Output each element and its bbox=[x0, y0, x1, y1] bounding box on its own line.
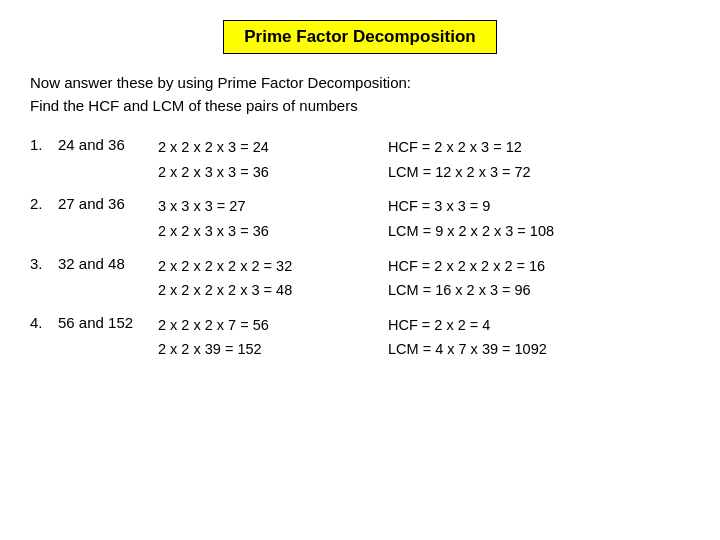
problem-row-3: 3. 32 and 48 2 x 2 x 2 x 2 x 2 = 32 2 x … bbox=[30, 254, 690, 303]
factorization-2: 3 x 3 x 3 = 27 2 x 2 x 3 x 3 = 36 bbox=[158, 194, 378, 243]
hcf-lcm-2: HCF = 3 x 3 = 9 LCM = 9 x 2 x 2 x 3 = 10… bbox=[388, 194, 554, 243]
problem-label-3: 32 and 48 bbox=[58, 254, 158, 272]
factor-line2-4: 2 x 2 x 39 = 152 bbox=[158, 337, 378, 362]
factor-line1-3: 2 x 2 x 2 x 2 x 2 = 32 bbox=[158, 254, 378, 279]
problem-num-2: 2. bbox=[30, 194, 58, 212]
hcf-line2-3: LCM = 16 x 2 x 3 = 96 bbox=[388, 278, 545, 303]
hcf-line2-2: LCM = 9 x 2 x 2 x 3 = 108 bbox=[388, 219, 554, 244]
problem-num-3: 3. bbox=[30, 254, 58, 272]
factor-line2-2: 2 x 2 x 3 x 3 = 36 bbox=[158, 219, 378, 244]
factor-line1-4: 2 x 2 x 2 x 7 = 56 bbox=[158, 313, 378, 338]
problem-num-1: 1. bbox=[30, 135, 58, 153]
factor-line1-1: 2 x 2 x 2 x 3 = 24 bbox=[158, 135, 378, 160]
hcf-line1-2: HCF = 3 x 3 = 9 bbox=[388, 194, 554, 219]
hcf-line1-1: HCF = 2 x 2 x 3 = 12 bbox=[388, 135, 531, 160]
problem-label-1: 24 and 36 bbox=[58, 135, 158, 153]
page-title: Prime Factor Decomposition bbox=[223, 20, 496, 54]
problem-label-2: 27 and 36 bbox=[58, 194, 158, 212]
problems-list: 1. 24 and 36 2 x 2 x 2 x 3 = 24 2 x 2 x … bbox=[30, 135, 690, 368]
intro-line2: Find the HCF and LCM of these pairs of n… bbox=[30, 95, 411, 118]
problem-num-4: 4. bbox=[30, 313, 58, 331]
hcf-line2-4: LCM = 4 x 7 x 39 = 1092 bbox=[388, 337, 547, 362]
page: Prime Factor Decomposition Now answer th… bbox=[0, 0, 720, 540]
problem-label-4: 56 and 152 bbox=[58, 313, 158, 331]
hcf-line1-3: HCF = 2 x 2 x 2 x 2 = 16 bbox=[388, 254, 545, 279]
factor-line1-2: 3 x 3 x 3 = 27 bbox=[158, 194, 378, 219]
problem-row-2: 2. 27 and 36 3 x 3 x 3 = 27 2 x 2 x 3 x … bbox=[30, 194, 690, 243]
factorization-4: 2 x 2 x 2 x 7 = 56 2 x 2 x 39 = 152 bbox=[158, 313, 378, 362]
problem-row-1: 1. 24 and 36 2 x 2 x 2 x 3 = 24 2 x 2 x … bbox=[30, 135, 690, 184]
factorization-1: 2 x 2 x 2 x 3 = 24 2 x 2 x 3 x 3 = 36 bbox=[158, 135, 378, 184]
hcf-lcm-1: HCF = 2 x 2 x 3 = 12 LCM = 12 x 2 x 3 = … bbox=[388, 135, 531, 184]
hcf-line1-4: HCF = 2 x 2 = 4 bbox=[388, 313, 547, 338]
hcf-lcm-3: HCF = 2 x 2 x 2 x 2 = 16 LCM = 16 x 2 x … bbox=[388, 254, 545, 303]
factor-line2-1: 2 x 2 x 3 x 3 = 36 bbox=[158, 160, 378, 185]
hcf-lcm-4: HCF = 2 x 2 = 4 LCM = 4 x 7 x 39 = 1092 bbox=[388, 313, 547, 362]
factorization-3: 2 x 2 x 2 x 2 x 2 = 32 2 x 2 x 2 x 2 x 3… bbox=[158, 254, 378, 303]
factor-line2-3: 2 x 2 x 2 x 2 x 3 = 48 bbox=[158, 278, 378, 303]
intro-text: Now answer these by using Prime Factor D… bbox=[30, 72, 411, 117]
problem-row-4: 4. 56 and 152 2 x 2 x 2 x 7 = 56 2 x 2 x… bbox=[30, 313, 690, 362]
hcf-line2-1: LCM = 12 x 2 x 3 = 72 bbox=[388, 160, 531, 185]
intro-line1: Now answer these by using Prime Factor D… bbox=[30, 72, 411, 95]
